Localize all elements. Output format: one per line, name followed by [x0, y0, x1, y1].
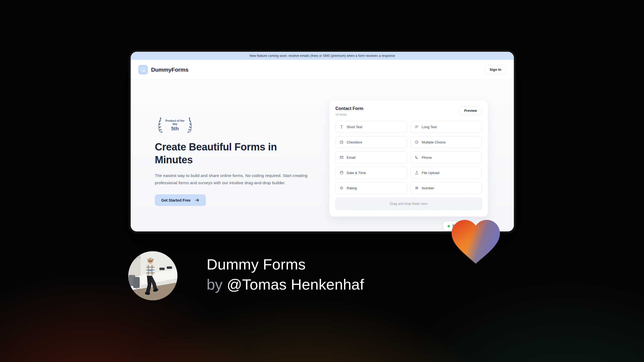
form-builder-card: Contact Form 10 fields Preview Short Tex… [329, 100, 488, 217]
field-type-button[interactable]: Number [411, 182, 482, 194]
field-type-button[interactable]: Rating [335, 182, 407, 194]
announcement-banner: New feature coming soon: receive emails … [131, 52, 514, 60]
brand[interactable]: DummyForms [138, 65, 188, 75]
field-type-label: Short Text [347, 125, 362, 129]
number-icon [415, 186, 419, 190]
short-text-icon [339, 125, 344, 129]
product-of-the-day-badge: Product of the day 5th [155, 117, 195, 134]
field-type-label: File Upload [422, 171, 440, 175]
field-type-label: Long Text [422, 125, 437, 129]
form-title: Contact Form [335, 106, 363, 111]
page-main: Product of the day 5th [131, 80, 514, 231]
field-type-label: Number [422, 186, 434, 190]
file-upload-icon [415, 171, 419, 175]
field-type-label: Date & Time [347, 171, 366, 175]
award-label: Product of the day [164, 119, 185, 125]
field-type-label: Multiple Choice [422, 140, 446, 144]
field-type-label: Rating [347, 186, 357, 190]
get-started-button[interactable]: Get Started Free [155, 194, 206, 206]
hero-title: Create Beautiful Forms in Minutes [155, 141, 305, 167]
author-avatar [128, 251, 177, 300]
field-type-button[interactable]: Phone [411, 152, 482, 163]
preview-button[interactable]: Preview [459, 106, 482, 115]
field-type-button[interactable]: Email [335, 152, 407, 163]
field-type-button[interactable]: Long Text [411, 121, 482, 133]
rating-icon [339, 186, 344, 190]
phone-icon [415, 155, 419, 160]
form-field-count: 10 fields [335, 113, 363, 116]
laurel-right-icon [187, 117, 195, 134]
app-window-content: New feature coming soon: receive emails … [131, 52, 514, 231]
field-type-button[interactable]: Multiple Choice [411, 136, 482, 148]
heart-icon [450, 218, 502, 265]
hero-description: The easiest way to build and share onlin… [155, 172, 312, 186]
multiple-choice-icon [415, 140, 419, 144]
dummyforms-logo-icon [138, 65, 148, 75]
online-dot-icon [448, 225, 450, 227]
credits-author: @Tomas Henkenhaf [227, 276, 364, 293]
promo-canvas: New feature coming soon: receive emails … [0, 0, 644, 362]
field-type-button[interactable]: File Upload [411, 167, 482, 179]
field-type-label: Phone [422, 156, 432, 160]
email-icon [339, 155, 344, 160]
app-window: New feature coming soon: receive emails … [129, 50, 516, 233]
announcement-text: New feature coming soon: receive emails … [250, 54, 395, 58]
laurel-left-icon [155, 117, 163, 134]
credits-byline-prefix: by [207, 276, 227, 293]
sign-in-button[interactable]: Sign In [485, 65, 506, 74]
date-time-icon [339, 171, 344, 175]
field-type-label: Checkbox [347, 140, 362, 144]
field-type-button[interactable]: Short Text [335, 121, 407, 133]
field-type-grid: Short TextLong TextCheckboxMultiple Choi… [335, 121, 482, 194]
credits: Dummy Forms by @Tomas Henkenhaf [207, 254, 364, 294]
app-header: DummyForms Sign In [131, 60, 514, 80]
credits-product-name: Dummy Forms [207, 254, 364, 274]
dropzone[interactable]: Drag and drop fields here [335, 198, 482, 210]
checkbox-icon [339, 140, 344, 144]
field-type-label: Email [347, 156, 356, 160]
get-started-label: Get Started Free [161, 198, 191, 202]
award-rank: 5th [164, 126, 185, 132]
hero-section: Product of the day 5th [155, 117, 312, 206]
brand-name: DummyForms [151, 67, 188, 73]
arrow-right-icon [195, 198, 199, 202]
dropzone-text: Drag and drop fields here [390, 202, 427, 206]
long-text-icon [415, 125, 419, 129]
field-type-button[interactable]: Date & Time [335, 167, 407, 179]
field-type-button[interactable]: Checkbox [335, 136, 407, 148]
